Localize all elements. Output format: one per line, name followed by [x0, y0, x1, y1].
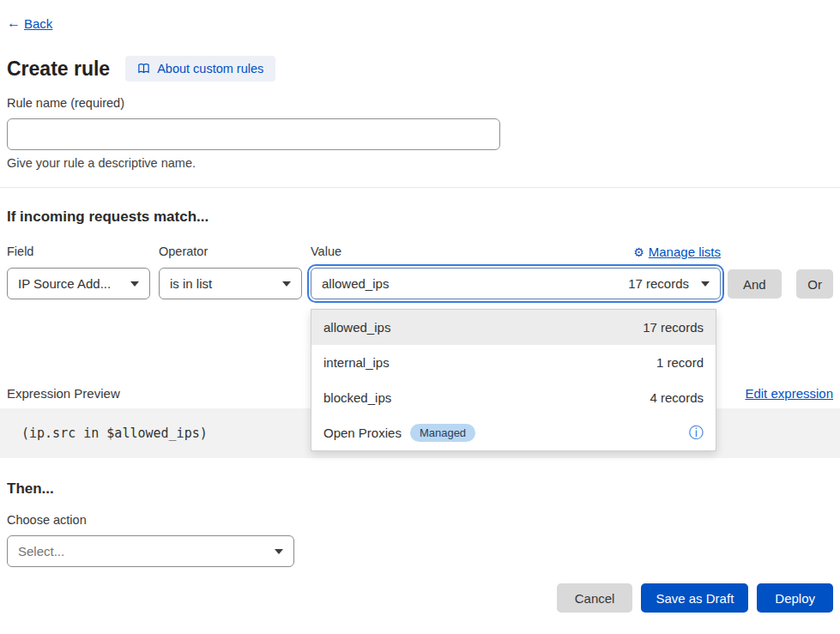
- footer-actions: Cancel Save as Draft Deploy: [7, 583, 833, 613]
- gear-icon: ⚙: [633, 245, 644, 259]
- value-select-value: allowed_ips: [322, 276, 389, 291]
- field-label: Field: [7, 245, 150, 260]
- chevron-down-icon: [282, 281, 291, 287]
- option-meta: 1 record: [656, 355, 704, 370]
- manage-lists-label: Manage lists: [649, 245, 721, 259]
- info-icon[interactable]: ⓘ: [689, 426, 704, 440]
- value-select-wrap: allowed_ips 17 records allowed_ips 17 re…: [311, 268, 721, 299]
- option-meta: 17 records: [643, 320, 704, 335]
- operator-select[interactable]: is in list: [159, 268, 302, 299]
- expression-preview-label: Expression Preview: [7, 386, 120, 401]
- edit-expression-link[interactable]: Edit expression: [745, 386, 833, 401]
- then-section-heading: Then...: [7, 480, 833, 499]
- field-select[interactable]: IP Source Add...: [7, 268, 150, 299]
- value-column-header: Value ⚙ Manage lists: [311, 245, 721, 268]
- about-custom-rules-label: About custom rules: [157, 62, 263, 75]
- rule-name-input[interactable]: [7, 118, 500, 150]
- operator-label: Operator: [159, 245, 302, 260]
- option-name: blocked_ips: [323, 390, 391, 405]
- choose-action-label: Choose action: [7, 513, 833, 528]
- cancel-button[interactable]: Cancel: [557, 583, 633, 613]
- field-column: Field IP Source Add...: [7, 245, 150, 299]
- list-option-open-proxies[interactable]: Open Proxies Managed ⓘ: [311, 415, 716, 450]
- operator-column: Operator is in list: [159, 245, 302, 299]
- action-select-placeholder: Select...: [18, 544, 64, 559]
- value-select-meta: 17 records: [628, 276, 689, 291]
- book-icon: [137, 63, 150, 75]
- or-button[interactable]: Or: [796, 269, 833, 299]
- chevron-down-icon: [130, 281, 139, 287]
- option-meta: 4 records: [650, 390, 704, 405]
- expression-code-text: (ip.src in $allowed_ips): [21, 426, 208, 441]
- match-section-heading: If incoming requests match...: [7, 208, 833, 227]
- and-button[interactable]: And: [728, 269, 782, 299]
- option-name-wrap: Open Proxies Managed: [323, 424, 475, 442]
- match-condition-row: Field IP Source Add... Operator is in li…: [7, 245, 833, 299]
- list-option-internal-ips[interactable]: internal_ips 1 record: [311, 345, 716, 380]
- managed-badge: Managed: [410, 424, 475, 442]
- manage-lists-link[interactable]: ⚙ Manage lists: [633, 245, 721, 259]
- option-name: allowed_ips: [323, 320, 390, 335]
- rule-name-group: Rule name (required) Give your rule a de…: [7, 96, 833, 172]
- list-option-blocked-ips[interactable]: blocked_ips 4 records: [311, 380, 716, 415]
- back-link-label: Back: [24, 16, 52, 31]
- list-option-allowed-ips[interactable]: allowed_ips 17 records: [311, 310, 716, 345]
- field-select-value: IP Source Add...: [18, 276, 111, 291]
- value-dropdown-menu: allowed_ips 17 records internal_ips 1 re…: [311, 309, 716, 451]
- back-link[interactable]: ← Back: [7, 15, 52, 31]
- option-name: internal_ips: [323, 355, 390, 370]
- operator-select-value: is in list: [170, 276, 212, 291]
- value-select[interactable]: allowed_ips 17 records: [311, 268, 721, 299]
- rule-name-label: Rule name (required): [7, 96, 833, 112]
- value-label: Value: [311, 245, 341, 260]
- deploy-button[interactable]: Deploy: [757, 583, 833, 613]
- section-divider: [0, 187, 840, 188]
- condition-connectors: And Or: [728, 245, 833, 299]
- chevron-down-icon: [275, 549, 283, 554]
- save-as-draft-button[interactable]: Save as Draft: [641, 583, 748, 613]
- back-arrow-icon: ←: [7, 15, 21, 31]
- chevron-down-icon: [701, 281, 710, 287]
- action-select[interactable]: Select...: [7, 535, 294, 567]
- about-custom-rules-link[interactable]: About custom rules: [125, 56, 275, 82]
- value-column: Value ⚙ Manage lists allowed_ips 17 reco…: [311, 245, 721, 299]
- create-rule-page: ← Back Create rule About custom rules Ru…: [0, 0, 840, 634]
- rule-name-helper-text: Give your rule a descriptive name.: [7, 156, 833, 172]
- option-name: Open Proxies: [323, 426, 402, 440]
- title-row: Create rule About custom rules: [7, 55, 833, 82]
- value-select-meta-wrap: 17 records: [628, 276, 710, 291]
- page-title: Create rule: [7, 57, 110, 81]
